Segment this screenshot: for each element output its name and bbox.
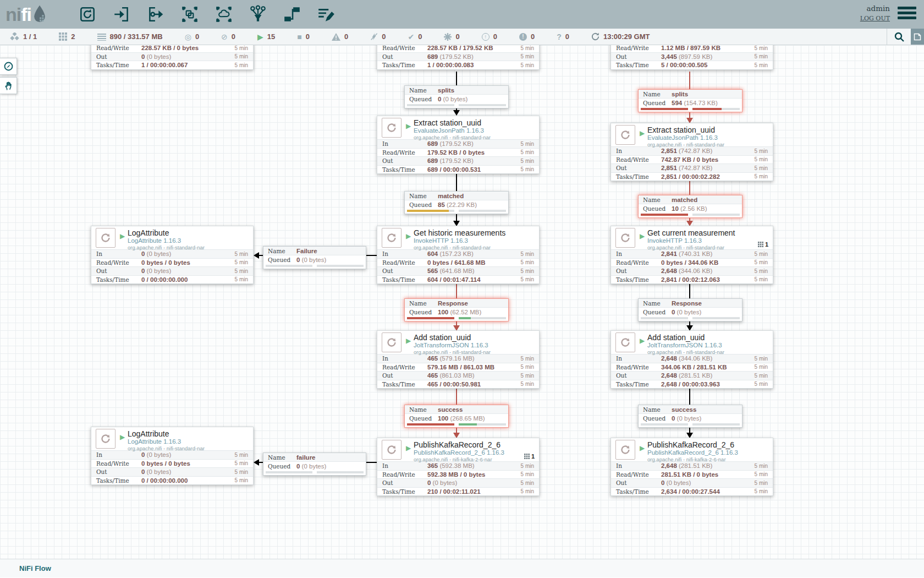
- stat-label: Tasks/Time: [382, 488, 427, 495]
- stat-label: Read/Write: [616, 364, 661, 370]
- processor-partial-left[interactable]: Read/Write228.57 KB / 0 bytes5 min Out0 …: [91, 45, 254, 70]
- stat-label: Tasks/Time: [96, 276, 141, 283]
- stat-row-read-write: Read/Write228.57 KB / 179.52 KB5 min: [377, 45, 539, 52]
- processor-publishkafkarecord-right[interactable]: ▶ PublishKafkaRecord_2_6 PublishKafkaRec…: [610, 438, 773, 496]
- queued-key: Queued: [643, 415, 672, 422]
- connection-label-matched-right[interactable]: Namematched Queued10 (2.56 KB): [638, 195, 743, 218]
- stat-label: Read/Write: [382, 364, 427, 370]
- stat-row-out: Out565 (641.68 MB)5 min: [377, 266, 539, 275]
- stat-value-main: 2,841: [661, 250, 677, 257]
- stat-label: Out: [96, 468, 141, 475]
- stat-label: In: [616, 462, 661, 469]
- stat-row-in: In2,851 (742.87 KB)5 min: [611, 146, 773, 155]
- birdseye-button[interactable]: [0, 58, 17, 75]
- funnel-icon[interactable]: [248, 4, 268, 24]
- logout-link[interactable]: LOG OUT: [860, 15, 890, 22]
- connection-label-response[interactable]: NameResponse Queued100 (62.52 MB): [404, 298, 509, 321]
- connection-label-failure-lower[interactable]: Namefailure Queued0 (0 bytes): [263, 452, 366, 476]
- stat-window: 5 min: [755, 62, 768, 68]
- stat-value-extra: (861.03 MB): [439, 372, 474, 379]
- stat-row-in: In365 (592.38 MB)5 min: [377, 461, 539, 470]
- running-status-icon: ▶: [640, 129, 645, 137]
- sync-failure-icon: ?: [557, 32, 562, 41]
- input-port-icon[interactable]: [112, 4, 131, 24]
- queue-fill-bars: [405, 209, 508, 214]
- connection-line[interactable]: [366, 462, 377, 463]
- settings-panel-button[interactable]: [911, 29, 924, 45]
- search-button[interactable]: [887, 29, 911, 45]
- process-group-icon[interactable]: [180, 4, 200, 24]
- processor-get-historic-measurements[interactable]: ▶ Get historic measurements InvokeHTTP 1…: [377, 226, 540, 284]
- processor-logattribute-lower[interactable]: ▶ LogAttribute LogAttribute 1.16.3 org.a…: [91, 427, 254, 485]
- queue-fill-bars: [405, 317, 508, 321]
- queued-size: (154.73 KB): [684, 100, 717, 106]
- connection-label-success[interactable]: Namesuccess Queued100 (268.65 MB): [404, 405, 509, 428]
- remote-process-group-icon[interactable]: [214, 4, 234, 24]
- processor-extract-station-uuid-middle[interactable]: ▶ Extract station_uuid EvaluateJsonPath …: [377, 116, 540, 174]
- stat-row-read-write: Read/Write281.51 KB / 0 bytes5 min: [611, 470, 773, 479]
- processor-extract-station-uuid-right[interactable]: ▶ Extract station_uuid EvaluateJsonPath …: [610, 123, 773, 181]
- stat-label: In: [616, 250, 661, 257]
- stat-window: 5 min: [755, 276, 768, 282]
- output-port-icon[interactable]: [146, 4, 166, 24]
- connection-queued-row: Queued100 (62.52 MB): [405, 308, 508, 317]
- processor-type-icon: [615, 332, 635, 352]
- stat-label: Out: [96, 53, 141, 60]
- processor-add-station-uuid-middle[interactable]: ▶ Add station_uuid JoltTransformJSON 1.1…: [377, 330, 540, 389]
- connection-label-response-right[interactable]: NameResponse Queued0 (0 bytes): [638, 298, 743, 321]
- processor-partial-middle[interactable]: Read/Write228.57 KB / 179.52 KB5 min Out…: [377, 45, 540, 70]
- stat-row-out: Out0 (0 bytes)5 min: [91, 467, 253, 476]
- stat-label: Tasks/Time: [382, 62, 427, 68]
- processor-name: PublishKafkaRecord_2_6: [647, 438, 773, 449]
- processor-publishkafkarecord-middle[interactable]: ▶ PublishKafkaRecord_2_6 PublishKafkaRec…: [377, 438, 540, 496]
- template-icon[interactable]: [282, 4, 302, 24]
- connection-line[interactable]: [258, 462, 263, 463]
- connection-label-failure-upper[interactable]: NameFailure Queued0 (0 bytes): [263, 246, 366, 269]
- connection-name-row: Namematched: [639, 195, 742, 204]
- stat-window: 5 min: [755, 45, 768, 51]
- stat-value-main: 742.87 KB / 0 bytes: [661, 156, 718, 163]
- processor-name: Extract station_uuid: [414, 116, 539, 127]
- processor-logattribute-upper[interactable]: ▶ LogAttribute LogAttribute 1.16.3 org.a…: [91, 226, 254, 284]
- stat-label: Out: [616, 479, 661, 486]
- cluster-nodes-icon: [10, 32, 19, 41]
- stat-value-main: 0: [141, 451, 145, 458]
- compass-icon: [3, 61, 14, 72]
- processor-get-current-measurement[interactable]: ▶ Get current measurement InvokeHTTP 1.1…: [610, 226, 773, 284]
- queued-count: 594: [672, 100, 682, 106]
- processor-partial-right[interactable]: Read/Write1.12 MB / 897.59 KB5 min Out3,…: [610, 45, 773, 70]
- stat-value-main: 604 / 00:01:47.114: [427, 276, 481, 283]
- processor-icon[interactable]: [78, 4, 97, 24]
- label-icon[interactable]: [316, 4, 336, 24]
- selection-mode-button[interactable]: [0, 77, 17, 94]
- stat-row-out: Out689 (179.52 KB)5 min: [377, 52, 539, 61]
- stat-window: 5 min: [235, 469, 248, 475]
- stat-value: 0: [565, 32, 569, 41]
- processor-bundle: org.apache.nifi - nifi-standard-nar: [128, 244, 253, 250]
- stat-value-extra: (157.23 KB): [439, 250, 473, 257]
- name-key: Name: [643, 406, 672, 413]
- stat-value-main: 2,648: [661, 268, 677, 274]
- stat-row-out: Out0 (0 bytes)5 min: [91, 266, 253, 275]
- connection-label-splits-right[interactable]: Namesplits Queued594 (154.73 KB): [638, 89, 743, 112]
- up-to-date-icon: ✔: [408, 33, 415, 41]
- stat-label: Out: [96, 268, 141, 274]
- stat-value: 1 / 1: [23, 32, 37, 41]
- stat-window: 5 min: [755, 173, 768, 179]
- breadcrumb[interactable]: NiFi Flow: [19, 564, 51, 572]
- connection-line[interactable]: [366, 255, 377, 256]
- global-menu-button[interactable]: [898, 7, 916, 21]
- connection-label-success-right[interactable]: Namesuccess Queued0 (0 bytes): [638, 405, 743, 428]
- stat-label: In: [382, 462, 427, 469]
- connection-name: success: [672, 406, 696, 413]
- connection-arrow-icon: [453, 110, 460, 116]
- connection-label-splits[interactable]: Namesplits Queued0 (0 bytes): [404, 85, 509, 108]
- connection-line[interactable]: [258, 255, 263, 256]
- stat-row-read-write: Read/Write0 bytes / 641.68 MB5 min: [377, 258, 539, 267]
- stat-window: 5 min: [755, 471, 768, 477]
- flow-canvas[interactable]: Read/Write228.57 KB / 0 bytes5 min Out0 …: [0, 45, 924, 559]
- connection-label-matched[interactable]: Namematched Queued85 (22.29 KB): [404, 191, 509, 214]
- stat-label: Tasks/Time: [382, 381, 427, 388]
- processor-add-station-uuid-right[interactable]: ▶ Add station_uuid JoltTransformJSON 1.1…: [610, 330, 773, 389]
- processor-type: LogAttribute 1.16.3: [128, 237, 253, 244]
